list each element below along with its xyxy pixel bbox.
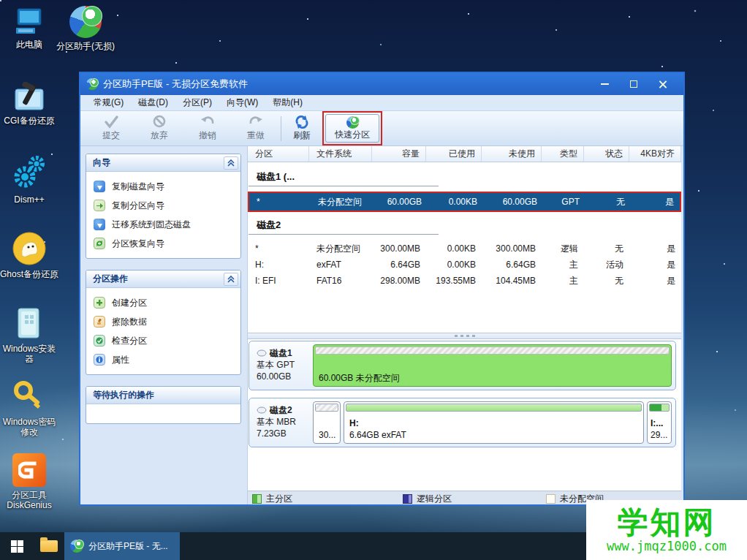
start-button[interactable] bbox=[0, 532, 34, 560]
redo-button[interactable]: 重做 bbox=[235, 115, 276, 142]
minimize-button[interactable] bbox=[590, 75, 619, 93]
taskbar-active-task[interactable]: 分区助手PE版 - 无... bbox=[64, 532, 180, 560]
desktop-icon-windows-installer[interactable]: Windows安装器 bbox=[0, 306, 58, 364]
pending-operations-panel: 等待执行的操作 bbox=[86, 386, 241, 424]
window-title: 分区助手PE版 - 无损分区免费软件 bbox=[103, 77, 248, 91]
desktop-icon-label: Ghost备份还原 bbox=[0, 269, 58, 279]
desktop-icon-cgi-backup[interactable]: CGI备份还原 bbox=[0, 82, 58, 126]
disk1-group-underline bbox=[249, 186, 439, 186]
partition-ops-header[interactable]: 分区操作 bbox=[86, 270, 240, 288]
disk2-name: 磁盘2 bbox=[270, 404, 292, 416]
table-row-partition-i-efi[interactable]: I: EFI FAT16 298.00MB 193.55MB 104.45MB … bbox=[248, 273, 681, 289]
disk1-size: 60.00GB bbox=[257, 371, 311, 382]
maximize-button[interactable] bbox=[619, 75, 648, 93]
app-icon bbox=[70, 540, 83, 553]
menu-wizard[interactable]: 向导(W) bbox=[219, 95, 265, 110]
wizard-panel-header[interactable]: 向导 bbox=[86, 154, 240, 172]
toolbar: 提交 放弃 撤销 重做 刷新 快速分区 bbox=[80, 111, 683, 146]
watermark: 学知网 www.jmqz1000.com bbox=[586, 500, 747, 560]
refresh-button[interactable]: 刷新 bbox=[286, 115, 318, 142]
desktop-icon-diskgenius[interactable]: 分区工具DiskGenius bbox=[0, 453, 58, 510]
desktop-icon-dism[interactable]: Dism++ bbox=[0, 154, 58, 205]
sidebar-item-label: 复制磁盘向导 bbox=[112, 181, 164, 193]
column-header[interactable]: 4KB对齐 bbox=[629, 146, 681, 162]
table-row-disk2-unallocated[interactable]: * 未分配空间 300.00MB 0.00KB 300.00MB 逻辑 无 是 bbox=[248, 241, 681, 257]
splitter-handle[interactable] bbox=[248, 333, 681, 339]
disk2-partition-h-segment[interactable]: H: 6.64GB exFAT bbox=[344, 401, 644, 444]
column-header[interactable]: 文件系统 bbox=[309, 146, 372, 162]
folder-icon bbox=[40, 540, 58, 552]
sidebar: 向导 复制磁盘向导 复制分区向导 bbox=[80, 146, 248, 504]
table-header: 分区 文件系统 容量 已使用 未使用 类型 状态 4KB对齐 bbox=[248, 146, 681, 162]
desktop-icon-label: Dism++ bbox=[0, 194, 58, 205]
sidebar-item-copy-disk-wizard[interactable]: 复制磁盘向导 bbox=[94, 177, 238, 196]
desktop-icon-partition-assistant[interactable]: 分区助手(无损) bbox=[56, 6, 115, 51]
unallocated-swatch bbox=[546, 494, 555, 504]
menu-general[interactable]: 常规(G) bbox=[86, 95, 131, 110]
disk1-unallocated-segment[interactable]: 60.00GB 未分配空间 bbox=[313, 344, 672, 387]
legend-logical: 逻辑分区 bbox=[403, 493, 452, 505]
disk2-partition-i-segment[interactable]: I:... 29... bbox=[647, 401, 672, 444]
commit-button[interactable]: 提交 bbox=[91, 115, 132, 142]
desktop-icon-windows-password[interactable]: Windows密码修改 bbox=[0, 380, 58, 437]
disk1-panel[interactable]: 磁盘1 基本 GPT 60.00GB 60.00GB 未分配空间 bbox=[249, 341, 676, 390]
toolbar-divider bbox=[281, 116, 281, 141]
title-bar[interactable]: 分区助手PE版 - 无损分区免费软件 bbox=[80, 73, 683, 95]
dism-icon bbox=[12, 154, 47, 192]
wipe-data-icon bbox=[94, 316, 105, 328]
redo-icon bbox=[248, 115, 264, 129]
sidebar-item-copy-partition-wizard[interactable]: 复制分区向导 bbox=[94, 196, 238, 215]
undo-label: 撤销 bbox=[199, 129, 216, 142]
file-explorer-button[interactable] bbox=[34, 532, 64, 560]
disk1-row-annotation-box: * 未分配空间 60.00GB 0.00KB 60.00GB GPT 无 是 bbox=[248, 192, 681, 212]
collapse-chevron-icon[interactable] bbox=[224, 156, 238, 170]
table-row-partition-h[interactable]: H: exFAT 6.64GB 0.00KB 6.64GB 主 活动 是 bbox=[248, 257, 681, 273]
legend-label: 逻辑分区 bbox=[417, 493, 452, 505]
column-header[interactable]: 状态 bbox=[584, 146, 629, 162]
menu-partition[interactable]: 分区(P) bbox=[175, 95, 219, 110]
column-header[interactable]: 容量 bbox=[372, 146, 426, 162]
column-header[interactable]: 类型 bbox=[542, 146, 584, 162]
disk2-panel[interactable]: 磁盘2 基本 MBR 7.23GB 30... H: bbox=[249, 398, 676, 447]
wizard-panel: 向导 复制磁盘向导 复制分区向导 bbox=[86, 154, 241, 259]
pending-operations-header[interactable]: 等待执行的操作 bbox=[86, 387, 240, 404]
table-row-disk1-unallocated[interactable]: * 未分配空间 60.00GB 0.00KB 60.00GB GPT 无 是 bbox=[249, 193, 680, 211]
menu-help[interactable]: 帮助(H) bbox=[265, 95, 310, 110]
check-partition-icon bbox=[94, 335, 105, 347]
disk-icon bbox=[257, 406, 267, 414]
sidebar-item-partition-recovery[interactable]: 分区恢复向导 bbox=[94, 234, 238, 253]
sidebar-item-properties[interactable]: 属性 bbox=[94, 350, 238, 369]
desktop-icon-ghost-backup[interactable]: Ghost备份还原 bbox=[0, 231, 58, 279]
sidebar-item-create-partition[interactable]: 创建分区 bbox=[94, 293, 238, 312]
column-header[interactable]: 分区 bbox=[248, 146, 309, 162]
segment-label: 6.64GB exFAT bbox=[349, 429, 640, 441]
disk2-seg2-usage-strip bbox=[346, 404, 642, 412]
menu-bar: 常规(G) 磁盘(D) 分区(P) 向导(W) 帮助(H) bbox=[80, 95, 683, 111]
segment-drive-letter: H: bbox=[349, 418, 640, 429]
desktop-icon-label: 此电脑 bbox=[0, 39, 58, 50]
disk-map-empty-space bbox=[248, 447, 681, 491]
refresh-icon bbox=[294, 115, 310, 129]
disk2-unallocated-segment[interactable]: 30... bbox=[313, 401, 341, 444]
pending-operations-title: 等待执行的操作 bbox=[93, 389, 154, 401]
refresh-label: 刷新 bbox=[293, 129, 311, 142]
discard-icon bbox=[151, 115, 167, 129]
undo-button[interactable]: 撤销 bbox=[187, 115, 228, 142]
sidebar-item-migrate-os[interactable]: 迁移系统到固态磁盘 bbox=[94, 215, 238, 234]
close-button[interactable] bbox=[648, 75, 678, 93]
desktop: 此电脑 分区助手(无损) CGI备份还原 Dism++ Ghost备份还原 Wi… bbox=[0, 0, 747, 560]
column-header[interactable]: 已使用 bbox=[426, 146, 482, 162]
sidebar-item-check-partition[interactable]: 检查分区 bbox=[94, 331, 238, 350]
close-icon bbox=[659, 80, 667, 88]
partition-ops-panel: 分区操作 创建分区 擦除数据 bbox=[86, 270, 241, 375]
discard-button[interactable]: 放弃 bbox=[139, 115, 180, 142]
desktop-icon-this-pc[interactable]: 此电脑 bbox=[0, 7, 58, 50]
column-header[interactable]: 未使用 bbox=[482, 146, 542, 162]
sidebar-item-label: 属性 bbox=[112, 354, 129, 366]
legend-label: 主分区 bbox=[266, 493, 292, 505]
menu-disk[interactable]: 磁盘(D) bbox=[131, 95, 175, 110]
sidebar-item-wipe-data[interactable]: 擦除数据 bbox=[94, 312, 238, 331]
collapse-chevron-icon[interactable] bbox=[224, 273, 238, 286]
quick-partition-button[interactable]: 快速分区 bbox=[325, 114, 379, 143]
app-icon bbox=[86, 78, 98, 90]
